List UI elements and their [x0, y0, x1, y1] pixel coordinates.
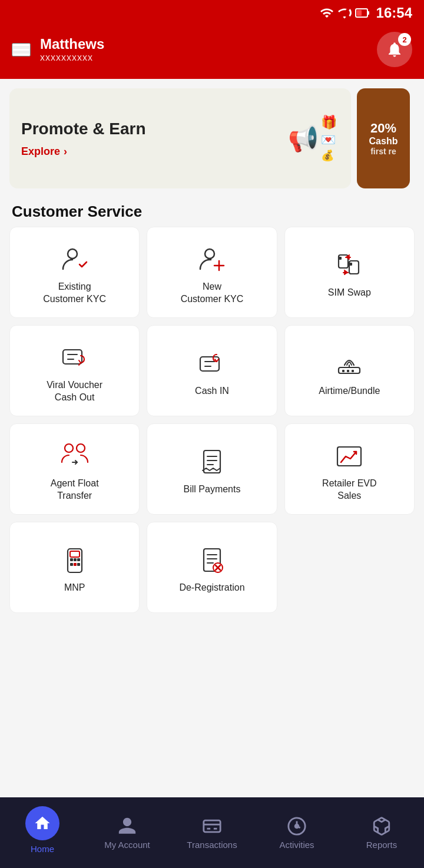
user-info: Matthews xxxxxxxxxx [40, 36, 104, 63]
banner-text: Promote & Earn Explore › [21, 120, 146, 158]
mnp-icon [59, 545, 90, 576]
bill-payments-icon [197, 447, 227, 478]
airtime-label: Airtime/Bundle [319, 385, 380, 397]
sim-swap-label: SIM Swap [328, 287, 371, 299]
svg-rect-28 [70, 551, 80, 557]
retailer-evd-icon [334, 441, 365, 472]
home-icon [34, 814, 51, 832]
transactions-icon [202, 816, 222, 836]
banner-illustration: 📢 🎁 💌 💰 [288, 115, 337, 162]
viral-voucher-label: Viral VoucherCash Out [47, 379, 102, 404]
reports-icon [372, 816, 392, 836]
nav-item-transactions[interactable]: Transactions [170, 810, 254, 856]
service-card-sim-swap[interactable]: SIM Swap [284, 227, 415, 318]
agent-float-label: Agent FloatTransfer [51, 478, 99, 502]
signal-icon [337, 6, 352, 20]
airtime-icon [334, 349, 365, 379]
time-display: 16:54 [376, 5, 412, 21]
agent-float-icon [59, 441, 90, 472]
service-card-retailer-evd[interactable]: Retailer EVDSales [284, 423, 415, 515]
section-title: Customer Service [0, 193, 424, 227]
new-kyc-label: NewCustomer KYC [181, 281, 244, 306]
svg-rect-9 [339, 257, 342, 260]
home-icon-bg [25, 806, 59, 840]
mnp-label: MNP [64, 582, 85, 594]
cashback-label: Cashb [369, 136, 398, 147]
service-card-mnp[interactable]: MNP [9, 522, 140, 613]
service-card-existing-kyc[interactable]: ExistingCustomer KYC [9, 227, 140, 318]
svg-rect-29 [70, 558, 73, 561]
nav-label-my-account: My Account [104, 840, 150, 850]
nav-label-reports: Reports [366, 840, 398, 850]
promo-banner[interactable]: Promote & Earn Explore › 📢 🎁 💌 💰 [9, 88, 351, 188]
cashback-percent: 20% [370, 121, 396, 136]
nav-item-reports[interactable]: Reports [339, 810, 424, 856]
nav-item-my-account[interactable]: My Account [85, 810, 170, 856]
svg-point-47 [295, 824, 299, 828]
service-grid-row4: MNP De-Registration [0, 515, 424, 622]
svg-rect-11 [349, 263, 352, 266]
de-registration-icon [197, 545, 227, 576]
user-name: Matthews [40, 36, 104, 52]
service-card-de-registration[interactable]: De-Registration [147, 522, 277, 613]
notification-button[interactable]: 2 [377, 32, 412, 67]
existing-kyc-icon [59, 244, 90, 275]
service-card-cash-in[interactable]: Cash IN [147, 325, 277, 416]
viral-voucher-icon [59, 343, 90, 373]
bill-payments-label: Bill Payments [184, 483, 241, 496]
cash-in-label: Cash IN [195, 385, 229, 397]
nav-label-home: Home [31, 844, 54, 854]
svg-rect-13 [200, 357, 219, 371]
cashback-banner[interactable]: 20% Cashb first re [357, 88, 410, 188]
service-grid-row1: ExistingCustomer KYC NewCustomer KYC [0, 227, 424, 318]
nav-item-activities[interactable]: Activities [254, 810, 339, 856]
nav-label-activities: Activities [279, 840, 314, 850]
banner-title: Promote & Earn [21, 120, 146, 138]
svg-rect-12 [63, 350, 82, 364]
my-account-icon [117, 816, 137, 836]
svg-rect-1 [357, 10, 362, 16]
activities-icon [287, 816, 307, 836]
svg-rect-42 [204, 820, 220, 832]
svg-rect-33 [74, 563, 77, 566]
service-grid-row2: Viral VoucherCash Out Cash IN [0, 318, 424, 416]
wifi-icon [320, 6, 334, 20]
banner-area: Promote & Earn Explore › 📢 🎁 💌 💰 20% Cas… [0, 79, 424, 193]
notification-badge: 2 [398, 33, 411, 46]
battery-icon [355, 6, 370, 20]
new-kyc-icon [197, 244, 227, 275]
svg-rect-17 [352, 370, 354, 372]
menu-button[interactable] [12, 43, 31, 57]
existing-kyc-label: ExistingCustomer KYC [43, 281, 106, 306]
service-card-new-kyc[interactable]: NewCustomer KYC [147, 227, 277, 318]
svg-rect-34 [77, 563, 80, 566]
svg-point-20 [77, 444, 85, 452]
nav-item-home[interactable]: Home [0, 806, 85, 860]
cashback-sub: first re [370, 147, 396, 156]
retailer-evd-label: Retailer EVDSales [322, 478, 376, 502]
nav-label-transactions: Transactions [187, 840, 237, 850]
svg-rect-32 [70, 563, 73, 566]
de-registration-label: De-Registration [179, 582, 244, 594]
svg-point-19 [65, 444, 73, 452]
svg-rect-30 [74, 558, 77, 561]
status-icons: 16:54 [320, 5, 412, 21]
svg-point-3 [68, 249, 77, 259]
chevron-right-icon: › [64, 145, 67, 158]
header-right: 2 [377, 32, 412, 67]
user-id: xxxxxxxxxx [40, 52, 104, 63]
service-grid-row3: Agent FloatTransfer Bill Payments Retail… [0, 416, 424, 515]
app-header: Matthews xxxxxxxxxx 2 [0, 26, 424, 79]
service-card-airtime[interactable]: Airtime/Bundle [284, 325, 415, 416]
explore-button[interactable]: Explore › [21, 145, 67, 158]
service-card-bill-payments[interactable]: Bill Payments [147, 423, 277, 515]
svg-rect-2 [367, 11, 369, 15]
sim-swap-icon [334, 250, 365, 281]
svg-point-4 [205, 249, 214, 259]
bottom-nav: Home My Account Transactions Activities [0, 797, 424, 868]
service-card-agent-float[interactable]: Agent FloatTransfer [9, 423, 140, 515]
header-left: Matthews xxxxxxxxxx [12, 36, 104, 63]
status-bar: 16:54 [0, 0, 424, 26]
service-card-viral-voucher[interactable]: Viral VoucherCash Out [9, 325, 140, 416]
bottom-spacer [0, 622, 424, 699]
